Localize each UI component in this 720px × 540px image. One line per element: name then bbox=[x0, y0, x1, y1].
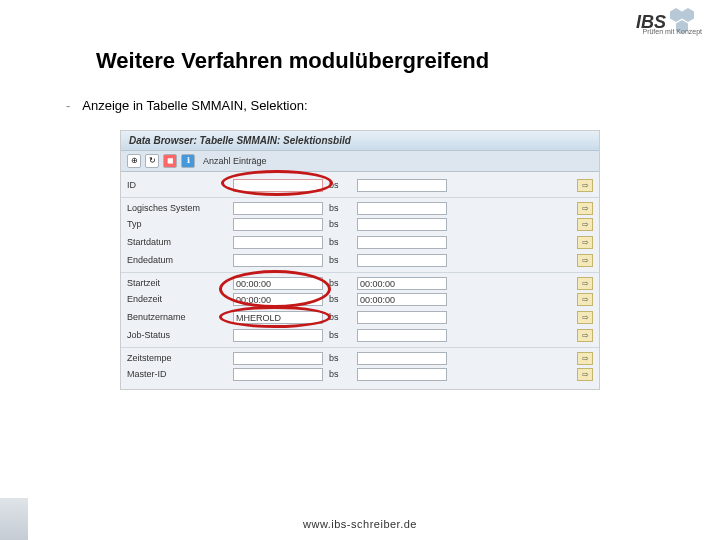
multi-select-icon[interactable]: ⇨ bbox=[577, 179, 593, 192]
input-benutzer-from[interactable]: MHEROLD bbox=[233, 311, 323, 324]
multi-select-icon[interactable]: ⇨ bbox=[577, 293, 593, 306]
bs-endedatum: bs bbox=[329, 255, 351, 265]
label-endezeit: Endezeit bbox=[127, 294, 227, 304]
row-typ: Typ bs ⇨ bbox=[121, 215, 599, 233]
bullet-dash: - bbox=[66, 98, 70, 113]
input-logsys-from[interactable] bbox=[233, 202, 323, 215]
sap-screenshot: Data Browser: Tabelle SMMAIN: Selektions… bbox=[120, 130, 600, 390]
execute-icon[interactable]: ⊕ bbox=[127, 154, 141, 168]
input-benutzer-to[interactable] bbox=[357, 311, 447, 324]
input-logsys-to[interactable] bbox=[357, 202, 447, 215]
label-typ: Typ bbox=[127, 219, 227, 229]
multi-select-icon[interactable]: ⇨ bbox=[577, 368, 593, 381]
multi-select-icon[interactable]: ⇨ bbox=[577, 277, 593, 290]
input-startzeit-from[interactable]: 00:00:00 bbox=[233, 277, 323, 290]
row-jobstatus: Job-Status bs ⇨ bbox=[121, 326, 599, 344]
row-startdatum: Startdatum bs ⇨ bbox=[121, 233, 599, 251]
input-jobstatus-from[interactable] bbox=[233, 329, 323, 342]
bs-logsys: bs bbox=[329, 203, 351, 213]
multi-select-icon[interactable]: ⇨ bbox=[577, 236, 593, 249]
input-startzeit-to[interactable]: 00:00:00 bbox=[357, 277, 447, 290]
logo-tagline: Prüfen mit Konzept bbox=[642, 28, 702, 35]
row-endezeit: Endezeit 00:00:00 bs 00:00:00 ⇨ bbox=[121, 290, 599, 308]
bs-endezeit: bs bbox=[329, 294, 351, 304]
label-jobstatus: Job-Status bbox=[127, 330, 227, 340]
selection-form: ID bs ⇨ Logisches System bs ⇨ Typ bs ⇨ S… bbox=[121, 172, 599, 389]
input-masterid-to[interactable] bbox=[357, 368, 447, 381]
cancel-icon[interactable]: ◼ bbox=[163, 154, 177, 168]
bs-typ: bs bbox=[329, 219, 351, 229]
row-id: ID bs ⇨ bbox=[121, 176, 599, 194]
refresh-icon[interactable]: ↻ bbox=[145, 154, 159, 168]
input-zeitstempel-from[interactable] bbox=[233, 352, 323, 365]
input-typ-from[interactable] bbox=[233, 218, 323, 231]
input-typ-to[interactable] bbox=[357, 218, 447, 231]
row-startzeit: Startzeit 00:00:00 bs 00:00:00 ⇨ bbox=[121, 272, 599, 290]
multi-select-icon[interactable]: ⇨ bbox=[577, 311, 593, 324]
row-logsys: Logisches System bs ⇨ bbox=[121, 197, 599, 215]
input-zeitstempel-to[interactable] bbox=[357, 352, 447, 365]
page-title: Weitere Verfahren modulübergreifend bbox=[96, 48, 489, 74]
label-id: ID bbox=[127, 180, 227, 190]
entries-label: Anzahl Einträge bbox=[203, 156, 267, 166]
footer-url: www.ibs-schreiber.de bbox=[0, 518, 720, 530]
bs-startdatum: bs bbox=[329, 237, 351, 247]
label-benutzer: Benutzername bbox=[127, 312, 227, 322]
bs-zeitstempel: bs bbox=[329, 353, 351, 363]
row-zeitstempel: Zeitstempe bs ⇨ bbox=[121, 347, 599, 365]
info-icon[interactable]: ℹ bbox=[181, 154, 195, 168]
bs-id: bs bbox=[329, 180, 351, 190]
input-id-from[interactable] bbox=[233, 179, 323, 192]
label-startzeit: Startzeit bbox=[127, 278, 227, 288]
multi-select-icon[interactable]: ⇨ bbox=[577, 202, 593, 215]
toolbar: ⊕ ↻ ◼ ℹ Anzahl Einträge bbox=[121, 151, 599, 172]
bs-masterid: bs bbox=[329, 369, 351, 379]
label-startdatum: Startdatum bbox=[127, 237, 227, 247]
bs-jobstatus: bs bbox=[329, 330, 351, 340]
row-benutzer: Benutzername MHEROLD bs ⇨ bbox=[121, 308, 599, 326]
multi-select-icon[interactable]: ⇨ bbox=[577, 329, 593, 342]
window-title: Data Browser: Tabelle SMMAIN: Selektions… bbox=[121, 131, 599, 151]
input-endezeit-to[interactable]: 00:00:00 bbox=[357, 293, 447, 306]
row-masterid: Master-ID bs ⇨ bbox=[121, 365, 599, 383]
input-id-to[interactable] bbox=[357, 179, 447, 192]
input-masterid-from[interactable] bbox=[233, 368, 323, 381]
multi-select-icon[interactable]: ⇨ bbox=[577, 352, 593, 365]
input-startdatum-from[interactable] bbox=[233, 236, 323, 249]
label-logsys: Logisches System bbox=[127, 203, 227, 213]
input-endedatum-from[interactable] bbox=[233, 254, 323, 267]
row-endedatum: Endedatum bs ⇨ bbox=[121, 251, 599, 269]
input-jobstatus-to[interactable] bbox=[357, 329, 447, 342]
bs-benutzer: bs bbox=[329, 312, 351, 322]
label-masterid: Master-ID bbox=[127, 369, 227, 379]
bullet-row: - Anzeige in Tabelle SMMAIN, Selektion: bbox=[66, 98, 308, 113]
label-zeitstempel: Zeitstempe bbox=[127, 353, 227, 363]
bs-startzeit: bs bbox=[329, 278, 351, 288]
multi-select-icon[interactable]: ⇨ bbox=[577, 254, 593, 267]
label-endedatum: Endedatum bbox=[127, 255, 227, 265]
input-endezeit-from[interactable]: 00:00:00 bbox=[233, 293, 323, 306]
input-startdatum-to[interactable] bbox=[357, 236, 447, 249]
input-endedatum-to[interactable] bbox=[357, 254, 447, 267]
multi-select-icon[interactable]: ⇨ bbox=[577, 218, 593, 231]
bullet-text: Anzeige in Tabelle SMMAIN, Selektion: bbox=[82, 98, 307, 113]
